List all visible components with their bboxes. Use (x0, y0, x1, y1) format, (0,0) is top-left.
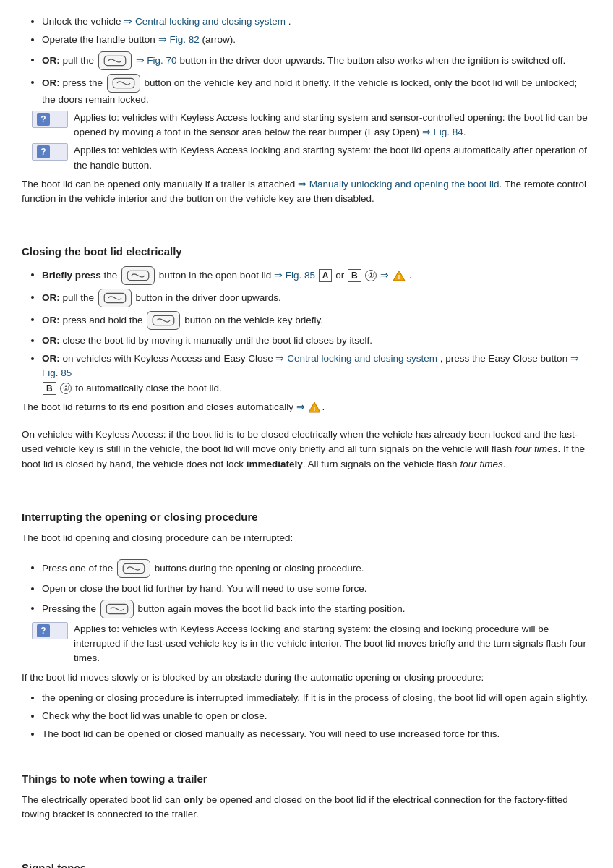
close-bullet-1: Briefly press the button in the open boo… (42, 266, 591, 285)
info-row-5: ? Applies to: vehicles with Keyless Acce… (32, 111, 591, 140)
info-row-i4: ? Applies to: vehicles with Keyless Acce… (32, 622, 591, 666)
arrow-icon-1: ⇒ (124, 16, 132, 27)
or-label-c3: OR: (42, 314, 60, 325)
interrupt-bullet-1: Press one of the buttons during the open… (42, 559, 591, 578)
para-close-2: On vehicles with Keyless Access: if the … (22, 427, 591, 472)
section-heading-trailer: Things to note when towing a trailer (22, 771, 591, 788)
key-icon-c3 (147, 311, 180, 330)
interrupt-bullets-2-list: the opening or closing procedure is inte… (42, 691, 591, 742)
bold-only: only (184, 794, 204, 805)
interrupt-bullet-3: Pressing the button again moves the boot… (42, 600, 591, 618)
arrow-icon-3: ⇒ (136, 54, 145, 65)
interrupt-bullets-list: Press one of the buttons during the open… (42, 559, 591, 666)
interrupt-bullet-6: Check why the boot lid was unable to ope… (42, 709, 591, 723)
key-icon-c1 (121, 266, 155, 285)
section-heading-interrupt: Interrupting the opening or closing proc… (22, 509, 591, 526)
or-label-3: OR: (42, 54, 60, 65)
open-bullet-5: ? Applies to: vehicles with Keyless Acce… (32, 111, 591, 140)
open-bullet-1: Unlock the vehicle ⇒ Central locking and… (42, 14, 591, 29)
page-content: Unlock the vehicle ⇒ Central locking and… (22, 14, 591, 868)
link-central-locking-2[interactable]: Central locking and closing system (287, 353, 437, 364)
open-bullet-2: Operate the handle button ⇒ Fig. 82 (arr… (42, 33, 591, 47)
para-interrupt-1: The boot lid opening and closing procedu… (22, 531, 591, 545)
para-open-1: The boot lid can be opened only manually… (22, 177, 591, 207)
section-heading-signal: Signal tones (22, 860, 591, 869)
para-interrupt-2: If the boot lid moves slowly or is block… (22, 671, 591, 685)
key-icon-4 (107, 74, 140, 93)
circle-num-1: ① (365, 270, 377, 281)
italic-four-times-1: four times (515, 443, 557, 454)
para-trailer: The electrically operated boot lid can o… (22, 793, 591, 822)
key-icon-c2 (98, 289, 132, 307)
link-fig85-a[interactable]: Fig. 85 (286, 269, 315, 280)
key-icon-i1 (117, 559, 150, 578)
open-bullet-6: ? Applies to: vehicles with Keyless Acce… (32, 143, 591, 173)
key-icon-i3 (100, 600, 134, 618)
open-bullet-4: OR: press the button on the vehicle key … (42, 74, 591, 107)
svg-text:!: ! (398, 273, 400, 281)
para-close-1: The boot lid returns to its end position… (22, 400, 591, 414)
circle-num-2: ② (60, 383, 72, 394)
info-badge-5: ? (32, 111, 68, 128)
text-handle: Operate the handle button (42, 34, 158, 45)
arrow-icon-2: ⇒ (158, 34, 167, 45)
link-manually-unlocking[interactable]: Manually unlocking and opening the boot … (309, 179, 500, 190)
close-bullet-5: OR: on vehicles with Keyless Access and … (42, 352, 591, 396)
section-heading-close: Closing the boot lid electrically (22, 244, 591, 260)
or-label-4: OR: (42, 77, 60, 88)
briefly-press-label: Briefly press (42, 269, 101, 280)
link-fig82[interactable]: Fig. 82 (169, 34, 199, 45)
info-badge-i4: ? (32, 622, 68, 639)
close-bullet-4: OR: close the boot lid by moving it manu… (42, 333, 591, 348)
info-badge-6: ? (32, 143, 68, 161)
text-unlock: Unlock the vehicle (42, 16, 124, 27)
open-bullet-3: OR: pull the ⇒ Fig. 70 button in the dri… (42, 51, 591, 70)
link-fig85-b[interactable]: Fig. 85 (42, 367, 72, 378)
open-bullets-list: Unlock the vehicle ⇒ Central locking and… (42, 14, 591, 173)
label-box-a: A (319, 269, 333, 282)
label-box-b-2: B (43, 382, 56, 395)
close-bullet-2: OR: pull the button in the driver door u… (42, 289, 591, 307)
interrupt-bullet-5: the opening or closing procedure is inte… (42, 691, 591, 705)
close-bullets-list: Briefly press the button in the open boo… (42, 266, 591, 396)
interrupt-bullet-7: The boot lid can be opened or closed man… (42, 727, 591, 741)
key-icon-3 (98, 51, 132, 70)
bold-immediately: immediately (247, 459, 303, 469)
or-label-c5: OR: (42, 353, 60, 364)
label-box-b-1: B (348, 269, 361, 282)
question-mark-icon-6: ? (37, 145, 50, 158)
question-mark-icon-5: ? (37, 113, 50, 126)
interrupt-bullet-2: Open or close the boot lid further by ha… (42, 582, 591, 596)
or-label-c4: OR: (42, 335, 60, 346)
link-central-locking-1[interactable]: Central locking and closing system (135, 16, 286, 27)
info-row-6: ? Applies to: vehicles with Keyless Acce… (32, 143, 591, 173)
svg-text:!: ! (314, 405, 316, 412)
link-fig70[interactable]: Fig. 70 (147, 54, 176, 65)
link-fig84[interactable]: Fig. 84 (434, 127, 463, 137)
question-mark-icon-i4: ? (37, 624, 50, 637)
warning-triangle-icon-2: ! (308, 401, 321, 414)
interrupt-bullet-4: ? Applies to: vehicles with Keyless Acce… (32, 622, 591, 666)
close-bullet-3: OR: press and hold the button on the veh… (42, 311, 591, 330)
italic-four-times-2: four times (460, 459, 502, 469)
warning-triangle-icon-1: ! (393, 269, 406, 282)
or-label-c2: OR: (42, 292, 60, 302)
